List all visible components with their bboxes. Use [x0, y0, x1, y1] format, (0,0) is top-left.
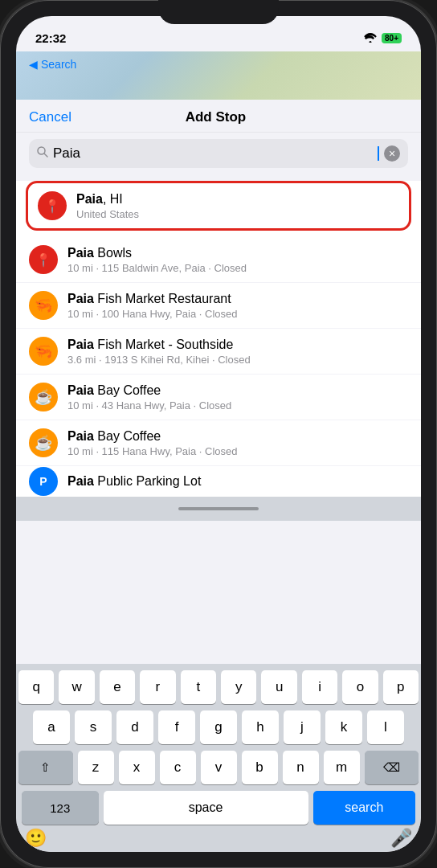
result-text-5: Paia Bay Coffee 10 mi · 43 Hana Hwy, Pai…	[67, 383, 408, 411]
key-k[interactable]: k	[325, 710, 362, 744]
result-detail-6: 10 mi · 115 Hana Hwy, Paia · Closed	[67, 445, 408, 457]
shrimp-icon-4: 🦐	[35, 342, 52, 360]
key-v[interactable]: v	[201, 751, 237, 784]
phone-screen: 22:32 80+ ◀ Search Cancel Add Stop	[16, 16, 421, 852]
result-text-3: Paia Fish Market Restaurant 10 mi · 100 …	[67, 292, 408, 320]
map-area: ◀ Search	[16, 51, 421, 100]
pin-icon-2: 📍	[35, 252, 51, 268]
back-nav[interactable]: ◀ Search	[29, 58, 76, 71]
key-b[interactable]: b	[242, 751, 278, 784]
cursor	[378, 146, 379, 161]
key-u[interactable]: u	[261, 670, 296, 704]
nav-title: Add Stop	[186, 109, 247, 125]
search-container: Paia	[16, 133, 421, 174]
key-a[interactable]: a	[33, 710, 70, 744]
result-name-4: Paia Fish Market - Southside	[67, 338, 408, 352]
list-item[interactable]: 📍 Paia Bowls 10 mi · 115 Baldwin Ave, Pa…	[16, 237, 421, 283]
pin-icon: 📍	[44, 199, 60, 214]
key-c[interactable]: c	[160, 751, 196, 784]
result-text-4: Paia Fish Market - Southside 3.6 mi · 19…	[67, 338, 408, 366]
result-icon-3: 🦐	[29, 291, 58, 320]
result-detail-5: 10 mi · 43 Hana Hwy, Paia · Closed	[67, 399, 408, 411]
list-item[interactable]: ☕ Paia Bay Coffee 10 mi · 115 Hana Hwy, …	[16, 420, 421, 466]
keyboard-row-3: ⇧ z x c v b n m ⌫	[18, 751, 419, 784]
svg-line-1	[44, 154, 47, 157]
back-label[interactable]: Search	[41, 58, 76, 71]
results-list: 📍 Paia, HI United States 📍 Paia Bowls 10…	[16, 181, 421, 497]
bottom-bar	[16, 497, 421, 521]
result-detail-4: 3.6 mi · 1913 S Kihei Rd, Kihei · Closed	[67, 354, 408, 366]
search-bar[interactable]: Paia	[29, 139, 408, 168]
result-detail-3: 10 mi · 100 Hana Hwy, Paia · Closed	[67, 308, 408, 320]
key-l[interactable]: l	[367, 710, 404, 744]
key-h[interactable]: h	[242, 710, 279, 744]
clear-button[interactable]	[384, 145, 400, 162]
coffee-icon-6: ☕	[35, 434, 52, 452]
home-indicator	[178, 507, 259, 510]
list-item[interactable]: ☕ Paia Bay Coffee 10 mi · 43 Hana Hwy, P…	[16, 375, 421, 420]
result-detail-1: United States	[76, 208, 399, 220]
result-text-2: Paia Bowls 10 mi · 115 Baldwin Ave, Paia…	[67, 246, 408, 274]
nav-header: Cancel Add Stop	[16, 100, 421, 133]
result-name-5: Paia Bay Coffee	[67, 383, 408, 398]
status-icons: 80+	[364, 33, 402, 43]
list-item[interactable]: 🦐 Paia Fish Market - Southside 3.6 mi · …	[16, 329, 421, 375]
key-t[interactable]: t	[181, 670, 216, 704]
result-icon-4: 🦐	[29, 337, 58, 366]
key-p[interactable]: p	[383, 670, 419, 704]
back-chevron-icon: ◀	[29, 58, 38, 71]
phone-frame: 22:32 80+ ◀ Search Cancel Add Stop	[0, 0, 437, 868]
result-name-3: Paia Fish Market Restaurant	[67, 292, 408, 306]
key-z[interactable]: z	[78, 751, 114, 784]
emoji-key[interactable]: 🙂	[25, 828, 47, 849]
key-o[interactable]: o	[342, 670, 378, 704]
list-item[interactable]: 🦐 Paia Fish Market Restaurant 10 mi · 10…	[16, 283, 421, 329]
delete-key[interactable]: ⌫	[365, 751, 419, 784]
shrimp-icon-3: 🦐	[35, 297, 52, 314]
mic-key[interactable]: 🎤	[390, 828, 412, 849]
result-icon-5: ☕	[29, 383, 58, 411]
space-key[interactable]: space	[104, 791, 308, 825]
key-m[interactable]: m	[324, 751, 360, 784]
keyboard-row-1: q w e r t y u i o p	[18, 670, 419, 704]
numbers-key[interactable]: 123	[22, 791, 99, 825]
key-f[interactable]: f	[158, 710, 195, 744]
search-input[interactable]: Paia	[53, 145, 372, 162]
keyboard-bottom-row: 123 space search	[18, 791, 419, 825]
coffee-icon-5: ☕	[35, 388, 52, 406]
key-s[interactable]: s	[75, 710, 112, 744]
battery-badge: 80+	[382, 33, 402, 43]
result-detail-2: 10 mi · 115 Baldwin Ave, Paia · Closed	[67, 262, 408, 274]
result-icon-7: P	[29, 467, 58, 496]
key-d[interactable]: d	[116, 710, 153, 744]
key-r[interactable]: r	[140, 670, 175, 704]
result-item-highlighted[interactable]: 📍 Paia, HI United States	[26, 181, 411, 231]
result-name-1: Paia, HI	[76, 192, 399, 207]
keyboard-row-2: a s d f g h j k l	[18, 710, 419, 744]
result-name-2: Paia Bowls	[67, 246, 408, 260]
result-icon-pin: 📍	[38, 191, 67, 220]
key-j[interactable]: j	[284, 710, 321, 744]
list-item[interactable]: P Paia Public Parking Lot	[16, 466, 421, 497]
key-i[interactable]: i	[302, 670, 337, 704]
shift-key[interactable]: ⇧	[18, 751, 73, 784]
status-time: 22:32	[35, 31, 66, 45]
result-icon-2: 📍	[29, 245, 58, 274]
result-name-7: Paia Public Parking Lot	[67, 474, 408, 489]
key-g[interactable]: g	[200, 710, 237, 744]
key-q[interactable]: q	[18, 670, 54, 704]
search-icon	[37, 146, 48, 161]
key-n[interactable]: n	[283, 751, 319, 784]
notch	[158, 0, 279, 24]
cancel-button[interactable]: Cancel	[29, 109, 71, 125]
parking-icon: P	[39, 475, 47, 488]
search-key[interactable]: search	[313, 791, 415, 825]
result-name-6: Paia Bay Coffee	[67, 429, 408, 444]
key-x[interactable]: x	[119, 751, 155, 784]
result-text-1: Paia, HI United States	[76, 192, 399, 220]
keyboard: q w e r t y u i o p a s d f g h j k	[16, 664, 421, 852]
key-w[interactable]: w	[59, 670, 94, 704]
result-icon-6: ☕	[29, 428, 58, 457]
key-e[interactable]: e	[100, 670, 135, 704]
key-y[interactable]: y	[221, 670, 256, 704]
